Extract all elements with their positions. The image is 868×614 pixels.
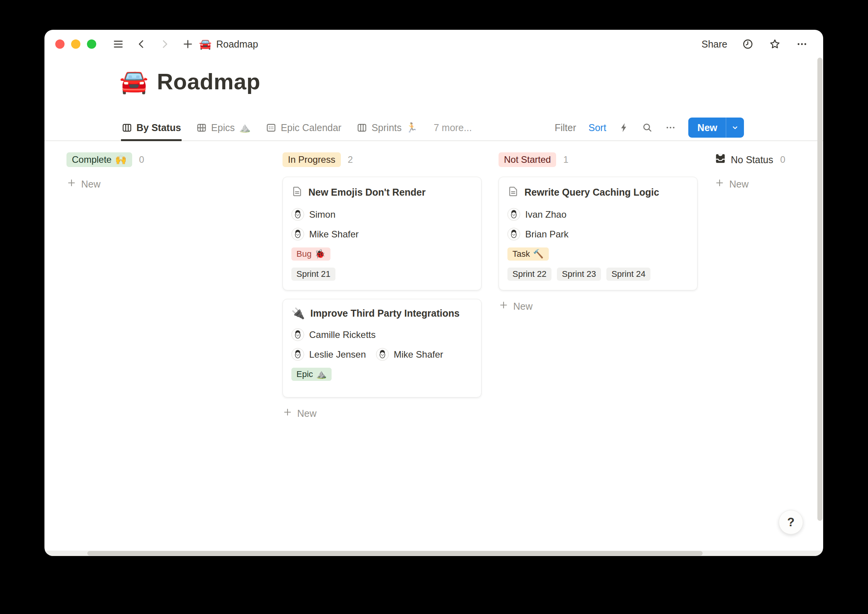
column-title: No Status <box>731 154 773 165</box>
board-column-complete: Complete🙌0New <box>66 152 266 191</box>
column-header: Not Started1 <box>499 152 698 167</box>
more-views-button[interactable]: 7 more... <box>434 122 472 133</box>
tag-emoji: 🐞 <box>315 249 325 259</box>
column-count: 1 <box>563 154 568 165</box>
back-icon[interactable] <box>135 38 148 51</box>
tag-emoji: 🔨 <box>533 249 543 259</box>
tag-emoji: ⛰️ <box>316 369 327 379</box>
person: Simon <box>291 208 335 221</box>
favorite-star-icon[interactable] <box>768 38 781 51</box>
column-header: Complete🙌0 <box>66 152 266 167</box>
avatar <box>376 348 389 361</box>
lightning-icon[interactable] <box>619 122 630 133</box>
card[interactable]: 🔌Improve Third Party IntegrationsCamille… <box>283 299 482 397</box>
notion-window: 🚘 Roadmap Share 🚘 Roadmap <box>44 30 823 556</box>
tab-label: By Status <box>136 122 181 133</box>
view-options-icon[interactable] <box>665 122 676 133</box>
tab-sprints[interactable]: Sprints 🏃 <box>357 114 417 141</box>
column-header: In Progress2 <box>283 152 482 167</box>
tag-label: Task <box>512 249 530 259</box>
status-emoji: 🙌 <box>115 154 127 165</box>
plus-icon <box>499 300 509 312</box>
search-icon[interactable] <box>642 122 653 133</box>
new-dropdown-chevron-icon[interactable] <box>726 118 744 138</box>
avatar <box>291 348 304 361</box>
horizontal-scrollbar <box>44 551 823 556</box>
breadcrumb[interactable]: 🚘 Roadmap <box>199 38 258 50</box>
minimize-window-button[interactable] <box>71 39 80 49</box>
card-emoji: 🔌 <box>291 308 305 319</box>
share-button[interactable]: Share <box>701 39 727 50</box>
tag-label: Epic <box>296 369 313 379</box>
status-pill-not-started[interactable]: Not Started <box>499 152 556 167</box>
close-window-button[interactable] <box>55 39 65 49</box>
page-emoji[interactable]: 🚘 <box>119 70 148 93</box>
card-title: New Emojis Don't Render <box>308 187 425 198</box>
tag-pill-bug: Bug🐞 <box>291 247 330 261</box>
doc-title: Roadmap <box>216 39 258 50</box>
mountain-emoji: ⛰️ <box>239 122 250 133</box>
titlebar: 🚘 Roadmap Share <box>44 30 823 58</box>
vertical-scrollbar <box>817 57 823 551</box>
person: Leslie Jensen <box>291 348 366 361</box>
sort-button[interactable]: Sort <box>589 122 606 133</box>
person-row: Brian Park <box>507 228 689 240</box>
sprint-pill: Sprint 24 <box>606 268 650 281</box>
board-column-no-status: No Status0New <box>715 152 823 191</box>
person-row: Camille Ricketts <box>291 328 473 341</box>
add-card-button[interactable]: New <box>499 299 698 314</box>
column-count: 0 <box>780 154 785 165</box>
column-title: In Progress <box>288 154 335 165</box>
tab-by-status[interactable]: By Status <box>122 114 181 141</box>
zoom-window-button[interactable] <box>87 39 96 49</box>
person-row: Leslie JensenMike Shafer <box>291 348 473 361</box>
card[interactable]: Rewrite Query Caching LogicIvan ZhaoBria… <box>499 177 698 290</box>
filter-button[interactable]: Filter <box>555 122 576 133</box>
card-title-row: 🔌Improve Third Party Integrations <box>291 308 473 319</box>
horizontal-scrollbar-thumb[interactable] <box>87 551 703 556</box>
vertical-scrollbar-thumb[interactable] <box>817 58 822 521</box>
new-button-label[interactable]: New <box>688 118 726 138</box>
person-name: Mike Shafer <box>394 349 443 360</box>
new-button[interactable]: New <box>688 118 744 138</box>
page-header: 🚘 Roadmap <box>119 68 260 94</box>
column-count: 0 <box>139 154 144 165</box>
person: Ivan Zhao <box>507 208 567 221</box>
avatar <box>507 228 520 240</box>
column-title: Not Started <box>504 154 551 165</box>
tab-label: Epic Calendar <box>281 122 341 133</box>
add-card-label: New <box>81 179 100 190</box>
tag-pill-task: Task🔨 <box>507 247 549 261</box>
tab-epics[interactable]: Epics ⛰️ <box>196 114 250 141</box>
column-count: 2 <box>348 154 353 165</box>
add-card-button[interactable]: New <box>66 177 266 191</box>
add-card-button[interactable]: New <box>715 177 823 191</box>
add-card-label: New <box>513 301 533 312</box>
card[interactable]: New Emojis Don't RenderSimonMike ShaferB… <box>283 177 482 290</box>
tag-row: Bug🐞 <box>291 247 473 261</box>
tag-row: Task🔨 <box>507 247 689 261</box>
more-options-icon[interactable] <box>795 38 808 51</box>
help-button[interactable]: ? <box>779 510 803 534</box>
history-clock-icon[interactable] <box>741 38 754 51</box>
new-page-icon[interactable] <box>181 38 194 51</box>
person-name: Ivan Zhao <box>525 209 567 220</box>
status-pill-in-progress[interactable]: In Progress <box>283 152 341 167</box>
card-title-row: New Emojis Don't Render <box>291 186 473 199</box>
add-card-button[interactable]: New <box>283 406 482 421</box>
sidebar-menu-icon[interactable] <box>112 38 125 51</box>
status-pill-complete[interactable]: Complete🙌 <box>66 152 132 167</box>
traffic-lights <box>55 39 96 49</box>
no-status-group[interactable]: No Status <box>715 153 773 167</box>
forward-icon[interactable] <box>158 38 171 51</box>
person: Mike Shafer <box>291 228 359 240</box>
column-header: No Status0 <box>715 152 823 167</box>
sprint-pill: Sprint 23 <box>557 268 601 281</box>
inbox-icon <box>715 153 726 167</box>
tab-epic-calendar[interactable]: Epic Calendar <box>266 114 341 141</box>
tab-label: Epics <box>211 122 235 133</box>
page-title[interactable]: Roadmap <box>157 68 260 94</box>
card-title: Rewrite Query Caching Logic <box>524 187 659 198</box>
person: Brian Park <box>507 228 568 240</box>
tag-row: Epic⛰️ <box>291 368 473 381</box>
